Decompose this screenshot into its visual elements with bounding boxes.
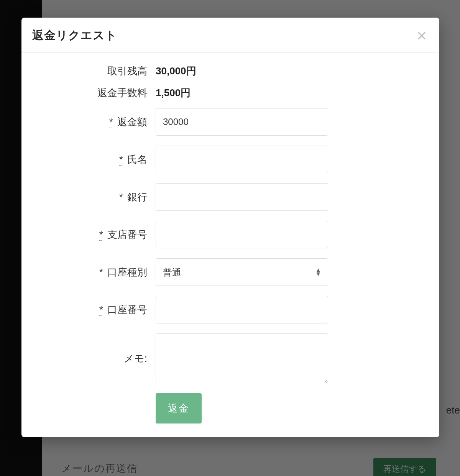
account-type-select[interactable]: 普通 [156,258,328,286]
modal-body: 取引残高 30,000円 返金手数料 1,500円 * 返金額 * 氏名 * 銀… [21,53,439,437]
close-button[interactable] [415,29,429,43]
required-mark: * [119,154,123,166]
account-number-row: * 口座番号 [37,296,424,323]
memo-row: メモ: [37,333,424,383]
bank-row: * 銀行 [37,183,424,211]
required-mark: * [99,266,103,278]
fee-value: 1,500円 [156,86,191,100]
required-mark: * [99,304,103,316]
required-mark: * [119,191,123,203]
branch-label: * 支店番号 [37,228,156,241]
bank-input[interactable] [156,183,328,211]
name-row: * 氏名 [37,146,424,173]
branch-input[interactable] [156,221,328,248]
amount-label: * 返金額 [37,115,156,129]
amount-row: * 返金額 [37,108,424,136]
memo-textarea[interactable] [156,333,328,383]
account-number-label: * 口座番号 [37,303,156,317]
account-type-label: * 口座種別 [37,266,156,279]
refund-submit-button[interactable]: 返金 [156,393,202,423]
balance-value: 30,000円 [156,64,196,78]
fee-label: 返金手数料 [37,86,156,100]
refund-request-modal: 返金リクエスト 取引残高 30,000円 返金手数料 1,500円 * 返金額 [21,18,439,437]
submit-row: 返金 [37,393,424,423]
memo-label: メモ: [37,352,156,365]
account-number-input[interactable] [156,296,328,323]
close-icon [416,30,427,41]
modal-header: 返金リクエスト [21,18,439,53]
branch-row: * 支店番号 [37,221,424,248]
amount-input[interactable] [156,108,328,136]
name-label: * 氏名 [37,153,156,166]
modal-title: 返金リクエスト [32,28,117,43]
name-input[interactable] [156,146,328,173]
balance-row: 取引残高 30,000円 [37,64,424,78]
balance-label: 取引残高 [37,64,156,78]
required-mark: * [99,229,103,241]
required-mark: * [109,116,113,128]
bank-label: * 銀行 [37,190,156,204]
account-type-row: * 口座種別 普通 ▲▼ [37,258,424,286]
fee-row: 返金手数料 1,500円 [37,86,424,100]
